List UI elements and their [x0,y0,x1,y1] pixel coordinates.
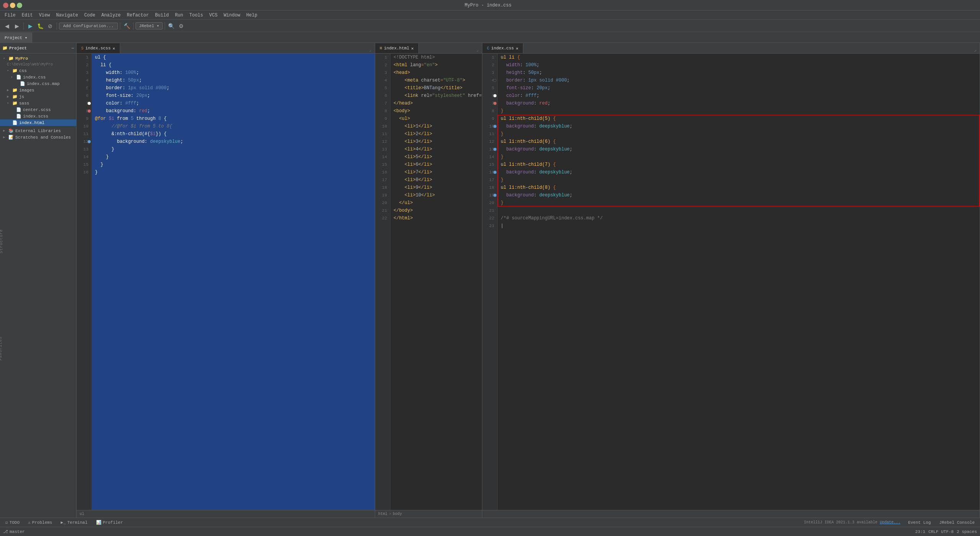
line-col-indicator[interactable]: 23:1 [915,529,925,534]
line-5: 5 [77,84,91,92]
problems-tab[interactable]: ⚠ Problems [24,518,56,527]
scss-tab[interactable]: S index.scss ✕ [77,43,120,53]
maximize-button[interactable] [17,3,22,8]
html-code-20: </ul> [390,199,482,207]
line-15: 15 [77,161,91,168]
html-check-icon[interactable]: ✓ [477,49,479,53]
search-button[interactable]: 🔍 [167,21,176,31]
indent-indicator[interactable]: 2 spaces [957,529,977,534]
scss-code-content[interactable]: ul { li { width: 100%; height: 50px; bor… [92,54,375,510]
menu-tools[interactable]: Tools [186,11,206,20]
css-ln-4: 4 [482,77,497,84]
sidebar-item-mypro[interactable]: ▾ 📁 MyPro [0,55,76,62]
html-ln-17: 17 [375,176,390,184]
html-tab-bar: H index.html ✕ ✓ [375,43,482,54]
sidebar-item-js[interactable]: ▶ 📁 js [0,93,76,100]
menu-help[interactable]: Help [243,11,260,20]
html-tab[interactable]: H index.html ✕ [375,43,419,53]
minimize-button[interactable] [10,3,15,8]
jrebel-console-tab[interactable]: JRebel Console [936,518,978,527]
css-ln-14: 14 [482,153,497,161]
event-log-tab[interactable]: Event Log [904,518,934,527]
sidebar-item-index-css[interactable]: ▾ 📄 index.css [0,74,76,80]
jrebel-label[interactable]: JRebel ▾ [136,22,163,29]
run-with-coverage-button[interactable]: ⊘ [46,21,55,31]
line-3: 3 [77,69,91,77]
css-tab[interactable]: C index.css ✕ [482,43,523,53]
menu-view[interactable]: View [36,11,53,20]
html-breadcrumb: html›body [375,510,482,518]
css-ln-5: 5 [482,84,497,92]
run-button[interactable]: ▶ [26,21,35,31]
scss-line-10: //@for $i from 5 to 8{ [92,123,375,130]
checkmark-icon[interactable]: ✓ [369,49,372,53]
terminal-tab[interactable]: ▶_ Terminal [57,518,91,527]
html-code-19: <li>10</li> [390,191,482,199]
add-configuration-button[interactable]: Add Configuration... [59,23,118,29]
menu-analyze[interactable]: Analyze [98,11,124,20]
line-8: 8 [77,107,91,115]
html-editor-content[interactable]: 1 2 3 4 5 6 7 8 9 10 11 12 13 [375,54,482,510]
line-16: 16 [77,168,91,176]
css-code-content[interactable]: ul li { width: 100%; height: 50px; borde… [498,54,980,510]
sidebar-item-index-html[interactable]: 📄 index.html [0,119,76,126]
menu-vcs[interactable]: VCS [206,11,221,20]
html-code-12: <li>3</li> [390,138,482,145]
menu-navigate[interactable]: Navigate [53,11,81,20]
css-tab-close[interactable]: ✕ [516,46,518,51]
sidebar-item-index-css-map[interactable]: 📄 index.css.map [0,80,76,87]
profiler-tab[interactable]: 📊 Profiler [92,518,127,527]
window-title: MyPro - index.css [465,3,511,8]
menu-refactor[interactable]: Refactor [124,11,152,20]
menu-window[interactable]: Window [220,11,243,20]
menu-code[interactable]: Code [81,11,98,20]
sidebar-item-index-scss[interactable]: 📄 index.scss [0,113,76,119]
sidebar-item-sass[interactable]: ▾ 📁 sass [0,100,76,106]
line-7: 7 [77,100,91,107]
html-code-7: </head> [390,100,482,107]
project-tab[interactable]: Project ▾ [0,33,32,42]
scss-editor-panel: S index.scss ✕ ✓ 1 2 3 4 [77,43,375,518]
sidebar-item-scratches[interactable]: ▶ 📝 Scratches and Consoles [0,134,76,141]
separator-5 [165,22,165,30]
html-code-content[interactable]: <!DOCTYPE html> <html lang="en"> <head> … [390,54,482,510]
scss-line-7: color: #fff; [92,100,375,107]
separator-4 [133,22,134,30]
sidebar-item-images[interactable]: ▶ 📁 images [0,87,76,93]
html-ln-2: 2 [375,61,390,69]
close-button[interactable] [3,3,8,8]
css-check-icon[interactable]: ✓ [974,49,977,53]
settings-button[interactable]: ⚙ [177,21,186,31]
css-editor-content[interactable]: 1 2 3 4 5 6 [482,54,980,510]
html-code-11: <li>2</li> [390,130,482,138]
html-tab-close[interactable]: ✕ [411,46,414,51]
todo-tab[interactable]: ☑ TODO [2,518,23,527]
git-status[interactable]: ⎇ master [3,529,25,534]
separator-2 [57,22,57,30]
menu-build[interactable]: Build [152,11,172,20]
html-editor-panel: H index.html ✕ ✓ 1 2 3 4 [375,43,482,518]
menu-run[interactable]: Run [172,11,186,20]
scss-tab-close[interactable]: ✕ [113,46,115,51]
update-link[interactable]: Update... [880,520,900,525]
scss-tab-bar: S index.scss ✕ ✓ [77,43,375,54]
status-bar: ⎇ master 23:1 CRLF UTF-8 2 spaces [0,527,980,536]
scss-editor-content[interactable]: 1 2 3 4 5 6 7 [77,54,375,510]
sidebar-item-external-libs[interactable]: ▶ 📚 External Libraries [0,127,76,134]
line-9: 9 [77,115,91,123]
forward-button[interactable]: ▶ [12,21,21,31]
menu-file[interactable]: File [2,11,19,20]
css-code-8: } [498,107,980,115]
css-code-20: } [498,199,980,207]
build-button[interactable]: 🔨 [122,21,131,31]
sidebar-item-center-scss[interactable]: 📄 center.scss [0,106,76,113]
line-6: 6 [77,92,91,100]
html-code-17: <li>8</li> [390,176,482,184]
encoding-indicator[interactable]: CRLF UTF-8 [928,529,954,534]
sidebar-item-css-folder[interactable]: ▾ 📁 css [0,67,76,74]
html-code-18: <li>9</li> [390,184,482,191]
menu-edit[interactable]: Edit [19,11,36,20]
back-button[interactable]: ◀ [2,21,11,31]
scss-line-8: background: red; [92,107,375,115]
debug-button[interactable]: 🐛 [36,21,45,31]
